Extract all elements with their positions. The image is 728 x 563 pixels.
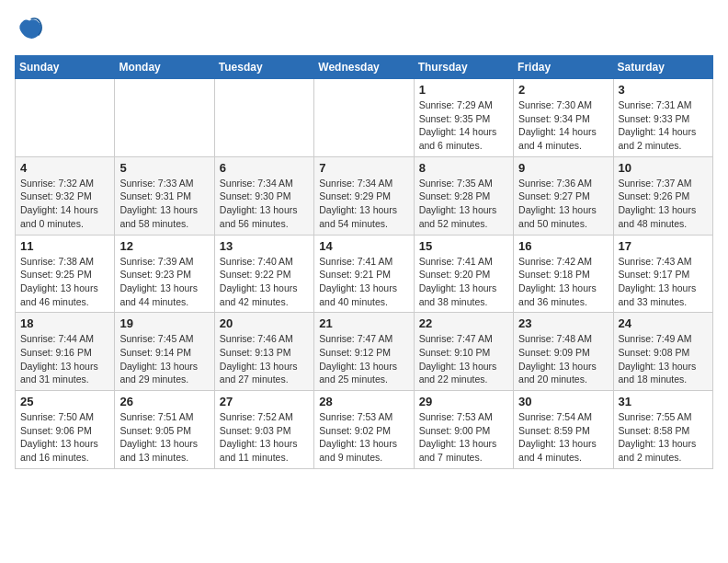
day-detail: Sunrise: 7:50 AMSunset: 9:06 PMDaylight:… — [20, 410, 109, 465]
day-number: 10 — [619, 161, 708, 175]
calendar-cell: 9Sunrise: 7:36 AMSunset: 9:27 PMDaylight… — [514, 156, 613, 235]
calendar-week-2: 4Sunrise: 7:32 AMSunset: 9:32 PMDaylight… — [16, 156, 713, 235]
day-number: 21 — [319, 316, 408, 330]
day-number: 29 — [419, 395, 508, 408]
day-number: 20 — [220, 316, 309, 330]
calendar-week-5: 25Sunrise: 7:50 AMSunset: 9:06 PMDayligh… — [16, 391, 713, 469]
day-number: 4 — [20, 161, 109, 175]
day-number: 8 — [419, 161, 508, 175]
day-number: 3 — [619, 83, 708, 97]
day-detail: Sunrise: 7:47 AMSunset: 9:12 PMDaylight:… — [319, 332, 408, 386]
day-detail: Sunrise: 7:39 AMSunset: 9:23 PMDaylight:… — [119, 255, 209, 309]
day-number: 7 — [319, 161, 408, 175]
day-number: 30 — [518, 395, 608, 408]
calendar-week-1: 1Sunrise: 7:29 AMSunset: 9:35 PMDaylight… — [16, 79, 713, 157]
day-detail: Sunrise: 7:44 AMSunset: 9:16 PMDaylight:… — [20, 332, 109, 386]
logo — [15, 15, 48, 44]
calendar-cell: 23Sunrise: 7:48 AMSunset: 9:09 PMDayligh… — [514, 313, 613, 391]
day-number: 26 — [119, 395, 209, 408]
day-detail: Sunrise: 7:35 AMSunset: 9:28 PMDaylight:… — [419, 177, 508, 231]
calendar-cell: 11Sunrise: 7:38 AMSunset: 9:25 PMDayligh… — [16, 235, 115, 313]
day-number: 24 — [619, 316, 708, 330]
day-number: 11 — [20, 239, 109, 253]
day-detail: Sunrise: 7:48 AMSunset: 9:09 PMDaylight:… — [518, 332, 608, 386]
day-number: 17 — [619, 239, 708, 253]
day-number: 1 — [419, 83, 508, 97]
day-detail: Sunrise: 7:55 AMSunset: 8:58 PMDaylight:… — [619, 410, 708, 465]
day-detail: Sunrise: 7:31 AMSunset: 9:33 PMDaylight:… — [619, 98, 708, 153]
day-detail: Sunrise: 7:29 AMSunset: 9:35 PMDaylight:… — [419, 98, 508, 153]
day-number: 18 — [20, 316, 109, 330]
day-number: 2 — [518, 83, 608, 97]
calendar-cell: 28Sunrise: 7:53 AMSunset: 9:02 PMDayligh… — [314, 391, 414, 469]
calendar-cell: 15Sunrise: 7:41 AMSunset: 9:20 PMDayligh… — [414, 235, 513, 313]
day-detail: Sunrise: 7:53 AMSunset: 9:02 PMDaylight:… — [319, 410, 408, 465]
day-detail: Sunrise: 7:51 AMSunset: 9:05 PMDaylight:… — [119, 410, 209, 465]
day-detail: Sunrise: 7:43 AMSunset: 9:17 PMDaylight:… — [619, 255, 708, 309]
day-header-tuesday: Tuesday — [214, 56, 313, 79]
calendar-cell: 16Sunrise: 7:42 AMSunset: 9:18 PMDayligh… — [514, 235, 613, 313]
calendar-cell: 27Sunrise: 7:52 AMSunset: 9:03 PMDayligh… — [214, 391, 313, 469]
day-number: 31 — [619, 395, 708, 408]
day-number: 22 — [419, 316, 508, 330]
day-detail: Sunrise: 7:40 AMSunset: 9:22 PMDaylight:… — [220, 255, 309, 309]
calendar-cell: 24Sunrise: 7:49 AMSunset: 9:08 PMDayligh… — [613, 313, 712, 391]
calendar-cell: 31Sunrise: 7:55 AMSunset: 8:58 PMDayligh… — [613, 391, 712, 469]
day-header-saturday: Saturday — [613, 56, 712, 79]
day-detail: Sunrise: 7:32 AMSunset: 9:32 PMDaylight:… — [20, 177, 109, 231]
calendar-cell: 18Sunrise: 7:44 AMSunset: 9:16 PMDayligh… — [16, 313, 115, 391]
day-detail: Sunrise: 7:41 AMSunset: 9:21 PMDaylight:… — [319, 255, 408, 309]
day-header-friday: Friday — [514, 56, 613, 79]
calendar-cell: 26Sunrise: 7:51 AMSunset: 9:05 PMDayligh… — [115, 391, 214, 469]
calendar-cell — [16, 79, 115, 157]
calendar-cell: 5Sunrise: 7:33 AMSunset: 9:31 PMDaylight… — [115, 156, 214, 235]
day-detail: Sunrise: 7:41 AMSunset: 9:20 PMDaylight:… — [419, 255, 508, 309]
day-number: 23 — [518, 316, 608, 330]
day-detail: Sunrise: 7:37 AMSunset: 9:26 PMDaylight:… — [619, 177, 708, 231]
calendar-cell: 3Sunrise: 7:31 AMSunset: 9:33 PMDaylight… — [613, 79, 712, 157]
day-number: 9 — [518, 161, 608, 175]
calendar-cell: 13Sunrise: 7:40 AMSunset: 9:22 PMDayligh… — [214, 235, 313, 313]
calendar-week-4: 18Sunrise: 7:44 AMSunset: 9:16 PMDayligh… — [16, 313, 713, 391]
day-header-wednesday: Wednesday — [314, 56, 414, 79]
day-detail: Sunrise: 7:42 AMSunset: 9:18 PMDaylight:… — [518, 255, 608, 309]
calendar-cell: 12Sunrise: 7:39 AMSunset: 9:23 PMDayligh… — [115, 235, 214, 313]
calendar-cell: 2Sunrise: 7:30 AMSunset: 9:34 PMDaylight… — [514, 79, 613, 157]
day-number: 12 — [119, 239, 209, 253]
calendar: SundayMondayTuesdayWednesdayThursdayFrid… — [15, 55, 713, 469]
calendar-cell: 20Sunrise: 7:46 AMSunset: 9:13 PMDayligh… — [214, 313, 313, 391]
calendar-cell: 29Sunrise: 7:53 AMSunset: 9:00 PMDayligh… — [414, 391, 513, 469]
calendar-week-3: 11Sunrise: 7:38 AMSunset: 9:25 PMDayligh… — [16, 235, 713, 313]
day-number: 28 — [319, 395, 408, 408]
calendar-cell: 4Sunrise: 7:32 AMSunset: 9:32 PMDaylight… — [16, 156, 115, 235]
day-number: 6 — [220, 161, 309, 175]
day-detail: Sunrise: 7:30 AMSunset: 9:34 PMDaylight:… — [518, 98, 608, 153]
calendar-cell: 21Sunrise: 7:47 AMSunset: 9:12 PMDayligh… — [314, 313, 414, 391]
calendar-cell: 8Sunrise: 7:35 AMSunset: 9:28 PMDaylight… — [414, 156, 513, 235]
page-header — [15, 15, 713, 44]
day-number: 16 — [518, 239, 608, 253]
calendar-cell: 7Sunrise: 7:34 AMSunset: 9:29 PMDaylight… — [314, 156, 414, 235]
day-detail: Sunrise: 7:36 AMSunset: 9:27 PMDaylight:… — [518, 177, 608, 231]
day-header-thursday: Thursday — [414, 56, 513, 79]
day-detail: Sunrise: 7:52 AMSunset: 9:03 PMDaylight:… — [220, 410, 309, 465]
day-detail: Sunrise: 7:34 AMSunset: 9:30 PMDaylight:… — [220, 177, 309, 231]
calendar-cell — [314, 79, 414, 157]
calendar-header-row: SundayMondayTuesdayWednesdayThursdayFrid… — [16, 56, 713, 79]
day-detail: Sunrise: 7:45 AMSunset: 9:14 PMDaylight:… — [119, 332, 209, 386]
calendar-cell: 14Sunrise: 7:41 AMSunset: 9:21 PMDayligh… — [314, 235, 414, 313]
day-number: 13 — [220, 239, 309, 253]
day-detail: Sunrise: 7:49 AMSunset: 9:08 PMDaylight:… — [619, 332, 708, 386]
day-number: 19 — [119, 316, 209, 330]
day-number: 5 — [119, 161, 209, 175]
calendar-cell: 6Sunrise: 7:34 AMSunset: 9:30 PMDaylight… — [214, 156, 313, 235]
day-number: 15 — [419, 239, 508, 253]
day-detail: Sunrise: 7:46 AMSunset: 9:13 PMDaylight:… — [220, 332, 309, 386]
logo-icon — [15, 15, 44, 44]
day-detail: Sunrise: 7:54 AMSunset: 8:59 PMDaylight:… — [518, 410, 608, 465]
day-number: 14 — [319, 239, 408, 253]
calendar-cell — [115, 79, 214, 157]
day-detail: Sunrise: 7:38 AMSunset: 9:25 PMDaylight:… — [20, 255, 109, 309]
calendar-cell: 19Sunrise: 7:45 AMSunset: 9:14 PMDayligh… — [115, 313, 214, 391]
calendar-cell: 30Sunrise: 7:54 AMSunset: 8:59 PMDayligh… — [514, 391, 613, 469]
